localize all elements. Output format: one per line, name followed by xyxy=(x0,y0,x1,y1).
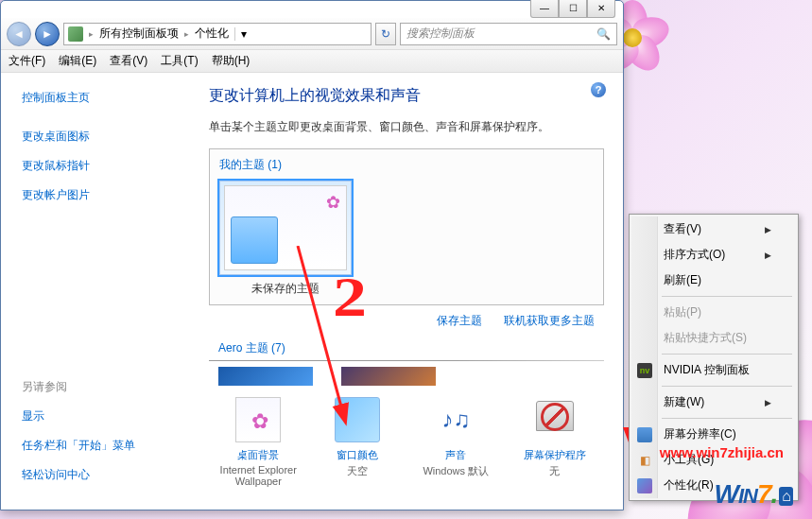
setting-label: 窗口颜色 xyxy=(310,448,405,462)
context-menu-separator xyxy=(662,296,792,297)
aero-themes-row xyxy=(209,367,604,386)
main-content: ? 更改计算机上的视觉效果和声音 单击某个主题立即更改桌面背景、窗口颜色、声音和… xyxy=(199,73,623,510)
ctx-paste-shortcut: 粘贴快捷方式(S) xyxy=(631,325,796,351)
save-theme-link[interactable]: 保存主题 xyxy=(437,314,482,327)
refresh-button[interactable]: ↻ xyxy=(375,23,396,45)
setting-label: 声音 xyxy=(408,448,503,462)
menu-tools[interactable]: 工具(T) xyxy=(161,53,198,69)
control-panel-icon xyxy=(68,26,83,42)
address-bar[interactable]: ▸ 所有控制面板项 ▸ 个性化 ▾ xyxy=(63,23,371,45)
theme-links-row: 保存主题 联机获取更多主题 xyxy=(209,305,604,329)
see-also-display-link[interactable]: 显示 xyxy=(22,408,192,424)
menu-bar: 文件(F) 编辑(E) 查看(V) 工具(T) 帮助(H) xyxy=(1,50,623,73)
win7-logo: WIN7.⌂ xyxy=(715,479,793,510)
maximize-button[interactable]: ☐ xyxy=(559,0,587,18)
submenu-arrow-icon: ▶ xyxy=(765,398,771,407)
breadcrumb-sep-icon: ▸ xyxy=(89,29,94,39)
control-panel-window: — ☐ ✕ ◄ ► ▸ 所有控制面板项 ▸ 个性化 ▾ ↻ 搜索控制面板 🔍 文… xyxy=(0,0,624,510)
context-menu-separator xyxy=(662,418,792,419)
setting-label: 屏幕保护程序 xyxy=(508,448,602,462)
setting-value: Windows 默认 xyxy=(408,464,503,489)
menu-edit[interactable]: 编辑(E) xyxy=(59,53,96,69)
sidebar-account-picture-link[interactable]: 更改帐户图片 xyxy=(22,187,190,203)
ctx-nvidia[interactable]: nvNVIDIA 控制面板 xyxy=(631,357,796,383)
desktop-background-button[interactable]: ✿ 桌面背景 Internet Explorer Wallpaper xyxy=(211,397,305,489)
ctx-refresh[interactable]: 刷新(E) xyxy=(631,268,796,293)
watermark-url: www.win7zhijia.cn xyxy=(660,444,784,460)
minimize-button[interactable]: — xyxy=(530,0,559,18)
breadcrumb-root[interactable]: 所有控制面板项 xyxy=(99,26,179,42)
nvidia-icon: nv xyxy=(637,363,652,378)
see-also-section: 另请参阅 显示 任务栏和「开始」菜单 轻松访问中心 xyxy=(22,379,192,496)
screensaver-icon xyxy=(532,397,578,442)
menu-view[interactable]: 查看(V) xyxy=(110,53,147,69)
context-menu-separator xyxy=(662,354,792,355)
navigation-bar: ◄ ► ▸ 所有控制面板项 ▸ 个性化 ▾ ↻ 搜索控制面板 🔍 xyxy=(1,18,623,50)
page-title: 更改计算机上的视觉效果和声音 xyxy=(209,86,604,106)
submenu-arrow-icon: ▶ xyxy=(765,251,771,260)
sounds-button[interactable]: ♪♫ 声音 Windows 默认 xyxy=(408,397,503,489)
close-button[interactable]: ✕ xyxy=(587,0,615,18)
see-also-taskbar-link[interactable]: 任务栏和「开始」菜单 xyxy=(22,438,192,454)
breadcrumb-current[interactable]: 个性化 xyxy=(195,26,229,42)
theme-item-unsaved[interactable]: ✿ 未保存的主题 xyxy=(219,181,352,297)
context-menu-separator xyxy=(662,386,792,387)
window-preview-icon xyxy=(231,216,278,264)
see-also-ease-of-access-link[interactable]: 轻松访问中心 xyxy=(22,467,192,483)
setting-value: 无 xyxy=(508,464,602,489)
submenu-arrow-icon: ▶ xyxy=(765,225,771,234)
flower-icon: ✿ xyxy=(326,192,340,213)
my-themes-header[interactable]: 我的主题 (1) xyxy=(219,157,594,173)
ctx-screen-resolution[interactable]: 屏幕分辨率(C) xyxy=(631,422,796,447)
setting-value: Internet Explorer Wallpaper xyxy=(211,464,305,489)
window-controls: — ☐ ✕ xyxy=(530,0,615,18)
window-color-button[interactable]: 窗口颜色 天空 xyxy=(310,397,405,489)
theme-thumbnail[interactable]: ✿ xyxy=(219,181,352,275)
search-input[interactable]: 搜索控制面板 🔍 xyxy=(400,23,617,45)
menu-help[interactable]: 帮助(H) xyxy=(212,53,251,69)
sidebar-mouse-pointers-link[interactable]: 更改鼠标指针 xyxy=(22,158,190,174)
ctx-view[interactable]: 查看(V)▶ xyxy=(631,216,796,242)
sound-icon: ♪♫ xyxy=(433,397,478,442)
search-icon[interactable]: 🔍 xyxy=(596,27,611,41)
help-icon[interactable]: ? xyxy=(591,82,606,97)
window-color-icon xyxy=(335,397,380,442)
nav-forward-button[interactable]: ► xyxy=(35,22,60,46)
aero-theme-thumbnail[interactable] xyxy=(341,367,436,386)
gadget-icon: ◧ xyxy=(637,453,652,468)
theme-label: 未保存的主题 xyxy=(219,281,352,297)
address-dropdown-button[interactable]: ▾ xyxy=(234,27,251,41)
search-placeholder: 搜索控制面板 xyxy=(406,26,475,42)
monitor-icon xyxy=(637,427,652,442)
nav-back-button[interactable]: ◄ xyxy=(7,22,31,46)
desktop-background-icon: ✿ xyxy=(235,397,281,442)
sidebar-desktop-icons-link[interactable]: 更改桌面图标 xyxy=(22,129,190,145)
my-themes-group: 我的主题 (1) ✿ 未保存的主题 xyxy=(209,148,604,305)
page-subtitle: 单击某个主题立即更改桌面背景、窗口颜色、声音和屏幕保护程序。 xyxy=(209,119,604,135)
aero-themes-header[interactable]: Aero 主题 (7) xyxy=(209,329,604,361)
aero-theme-thumbnail[interactable] xyxy=(218,367,313,386)
ctx-sort[interactable]: 排序方式(O)▶ xyxy=(631,242,796,268)
breadcrumb-sep-icon: ▸ xyxy=(184,29,189,39)
get-more-themes-link[interactable]: 联机获取更多主题 xyxy=(504,314,595,327)
setting-label: 桌面背景 xyxy=(211,448,305,462)
ctx-paste: 粘贴(P) xyxy=(631,300,796,325)
sidebar-home-link[interactable]: 控制面板主页 xyxy=(22,90,190,106)
setting-value: 天空 xyxy=(310,464,405,489)
ctx-new[interactable]: 新建(W)▶ xyxy=(631,389,796,415)
personalize-icon xyxy=(637,478,652,493)
screensaver-button[interactable]: 屏幕保护程序 无 xyxy=(508,397,602,489)
theme-settings-row: ✿ 桌面背景 Internet Explorer Wallpaper 窗口颜色 … xyxy=(209,386,604,489)
menu-file[interactable]: 文件(F) xyxy=(9,53,45,69)
see-also-header: 另请参阅 xyxy=(22,379,192,395)
